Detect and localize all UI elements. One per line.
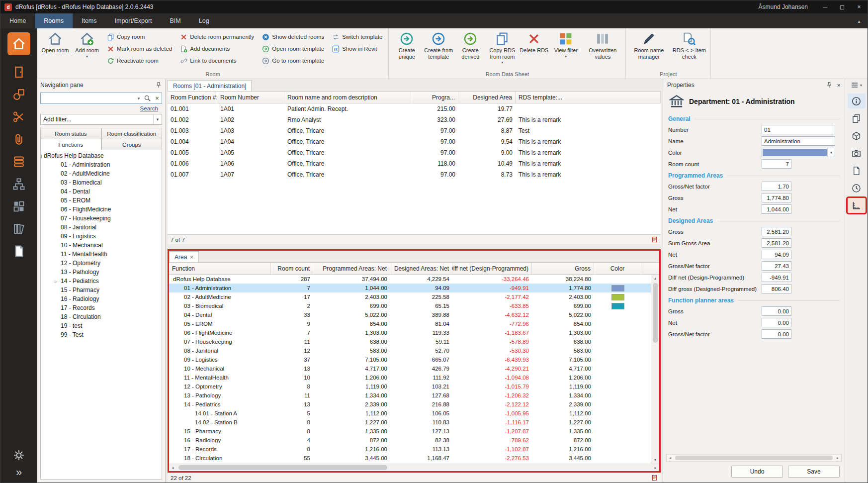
property-value-input[interactable]: 2,581.20 [762,238,791,248]
close-tab-icon[interactable]: × [190,254,193,260]
view-filter-button[interactable]: View filter ▾ [550,29,582,70]
column-header-designed-net[interactable]: Designed Areas: Net [390,263,452,274]
area-vertical-scrollbar[interactable]: ▴ ▾ [651,275,659,464]
column-header-function[interactable]: Function [169,263,271,274]
property-value-input[interactable]: 27.43 [762,261,791,271]
tree-item[interactable]: 04 - Dental [41,187,162,196]
link-to-documents-button[interactable]: Link to documents [178,55,256,67]
area-table-row[interactable]: dRofus Help Database28737,494.004,229.54… [169,275,651,284]
database-module-button[interactable] [8,152,30,172]
expand-icon[interactable]: ▹ [55,279,59,284]
tree-item[interactable]: 09 - Logistics [41,232,162,241]
menu-tab-bim[interactable]: BIM [161,13,190,28]
show-deleted-rooms-button[interactable]: Show deleted rooms [260,31,326,43]
model-panel-button[interactable] [848,128,866,143]
properties-horizontal-scrollbar[interactable]: ◂ ▸ [666,454,842,462]
scrollbar-thumb[interactable] [653,283,658,343]
tree-item[interactable]: 06 - FlightMedicine [41,205,162,214]
tree-item[interactable]: 18 - Circulation [41,312,162,321]
property-value-input[interactable]: 1.70 [762,182,791,191]
undo-button[interactable]: Undo [731,466,783,478]
area-table-row[interactable]: 03 - Biomedical2699.0065.15-633.85699.00 [169,301,651,310]
search-icon[interactable] [144,95,151,102]
reports-module-button[interactable] [8,241,30,261]
tree-item[interactable]: 15 - Pharmacy [41,286,162,294]
tree-item[interactable]: 03 - Biomedical [41,178,162,187]
delete-rds-button[interactable]: Delete RDS [518,29,550,70]
area-document-tab[interactable]: Area × [169,251,199,262]
nav-tab-functions[interactable]: Functions [40,139,101,150]
collapse-ribbon-icon[interactable]: ▴ [851,13,868,28]
menu-tab-home[interactable]: Home [0,13,35,28]
library-module-button[interactable] [8,219,30,239]
area-table-row[interactable]: 09 - Logistics377,105.00665.07-6,439.937… [169,355,651,364]
images-panel-button[interactable] [848,146,866,161]
property-value-input[interactable]: 0.00 [762,306,791,316]
area-table-row[interactable]: 12 - Optometry81,119.00103.21-1,015.791,… [169,382,651,391]
expand-strip-button[interactable]: » [16,468,22,478]
nav-tab-room-status[interactable]: Room status [40,128,101,139]
create-from-template-button[interactable]: Create from template [423,29,454,70]
rooms-table-row[interactable]: 01.0031A03Office, Tricare97.008.87Test [168,125,661,136]
area-table-row[interactable]: 16 - Radiology4872.0082.38-789.62872.00 [169,436,651,445]
tree-item[interactable]: 01 - Administration [41,160,162,169]
property-value-input[interactable]: 94.09 [762,250,791,259]
area-table-row[interactable]: 14.01 - Station A51,112.00106.05-1,005.9… [169,409,651,418]
structure-module-button[interactable] [8,174,30,194]
rooms-table-row[interactable]: 01.0021A02Rmo Analyst323.0027.69This is … [168,114,661,125]
column-header-rds-template[interactable]: RDS template:... [516,92,661,103]
property-value-input[interactable]: 0.00 [762,318,791,327]
column-header-diff-net[interactable]: Diff net (Design-Programmed) [452,263,532,274]
documents-panel-button[interactable] [848,111,866,126]
property-value-input[interactable]: 7 [762,159,791,169]
minimize-button[interactable]: ─ [817,0,834,13]
scrollbar-thumb[interactable] [675,456,833,460]
report-icon[interactable] [651,475,658,481]
tree-item[interactable]: 11 - MentalHealth [41,250,162,259]
cut-module-button[interactable] [8,107,30,127]
column-header-gross[interactable]: Gross [532,263,594,274]
create-unique-button[interactable]: Create unique [391,29,423,70]
column-header-programmed[interactable]: Progra... [411,92,458,103]
attachments-module-button[interactable] [8,129,30,149]
tree-item[interactable]: 10 - Mechanical [41,241,162,250]
menu-tab-rooms[interactable]: Rooms [35,13,73,28]
search-history-dropdown-icon[interactable]: ▾ [135,96,142,101]
reactivate-room-button[interactable]: Reactivate room [105,55,174,67]
close-button[interactable]: × [851,0,868,13]
open-room-button[interactable]: Open room [39,29,71,70]
tree-item[interactable]: 02 - AdultMedicine [41,169,162,178]
create-derived-button[interactable]: Create derived [454,29,486,70]
chevron-down-icon[interactable]: ▾ [827,148,835,157]
scroll-down-icon[interactable]: ▾ [651,456,659,464]
property-value-input[interactable]: 01 [762,125,835,134]
area-table-row[interactable]: 17 - Records81,216.00113.13-1,102.871,21… [169,445,651,454]
search-input[interactable] [41,93,135,103]
pin-icon[interactable] [155,82,162,89]
rds-item-check-button[interactable]: RDS <-> Item check [670,29,708,70]
tree-item[interactable]: 17 - Records [41,303,162,312]
area-table-row[interactable]: 11 - MentalHealth101,206.00111.92-1,094.… [169,373,651,382]
tree-item[interactable]: 13 - Pathology [41,268,162,277]
menu-tab-import-export[interactable]: Import/Export [106,13,161,28]
mark-room-deleted-button[interactable]: Mark room as deleted [105,43,174,55]
switch-template-button[interactable]: Switch template [330,31,384,43]
area-table-row[interactable]: 15 - Pharmacy81,335.00127.13-1,207.871,3… [169,427,651,436]
rooms-document-tab[interactable]: Rooms [01 - Administration] [168,80,252,91]
copy-room-button[interactable]: Copy room [105,31,174,43]
show-in-revit-button[interactable]: Show in Revit [330,43,384,55]
pin-icon[interactable] [826,82,833,89]
panel-list-dropdown[interactable]: ▾ [851,79,862,91]
area-table-row[interactable]: 07 - Housekeeping11638.0059.11-578.89638… [169,337,651,346]
files-panel-button[interactable] [848,163,866,178]
menu-tab-log[interactable]: Log [190,13,218,28]
maximize-button[interactable]: ◻ [834,0,851,13]
info-panel-button[interactable] [848,94,866,108]
column-header-color[interactable]: Color [594,263,641,274]
items-module-button[interactable] [8,85,30,104]
tree-item[interactable]: 05 - EROM [41,196,162,205]
tree-item[interactable]: 12 - Optometry [41,259,162,268]
property-value-input[interactable]: 2,581.20 [762,227,791,236]
color-picker[interactable]: ▾ [762,148,835,157]
area-table-row[interactable]: 02 - AdultMedicine172,403.00225.58-2,177… [169,292,651,301]
